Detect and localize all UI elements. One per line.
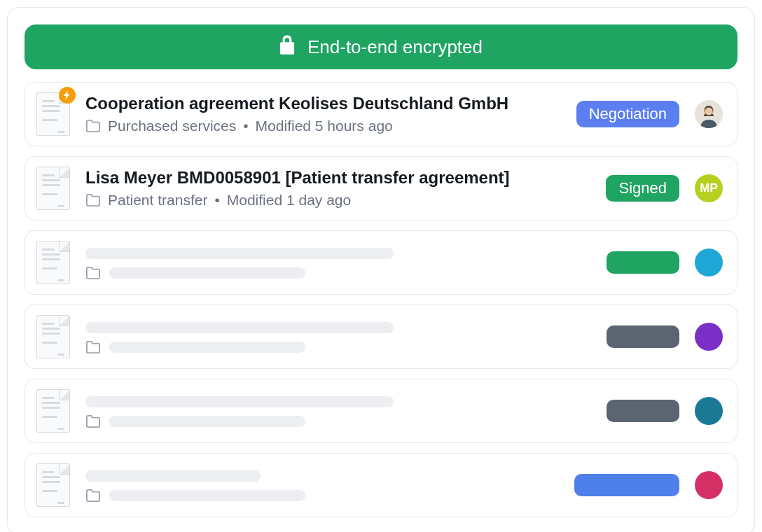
- document-list-panel: End-to-end encrypted Cooperation agreeme…: [7, 7, 755, 532]
- skeleton-title: [85, 322, 394, 333]
- document-meta: Patient transfer • Modified 1 day ago: [85, 192, 590, 209]
- folder-icon: [85, 340, 101, 354]
- folder-name: Purchased services: [108, 118, 236, 134]
- skeleton-meta: [85, 414, 591, 428]
- skeleton-avatar: [695, 323, 723, 351]
- document-meta: Purchased services • Modified 5 hours ag…: [85, 118, 561, 134]
- document-info: Lisa Meyer BMD0058901 [Patient transfer …: [85, 168, 590, 209]
- skeleton-title: [85, 248, 394, 259]
- skeleton-meta-bar: [109, 342, 305, 353]
- skeleton-status-badge: [607, 251, 679, 274]
- status-badge: Signed: [606, 175, 679, 202]
- meta-separator: •: [243, 118, 248, 134]
- document-icon: [36, 463, 70, 507]
- document-row[interactable]: Cooperation agreement Keolises Deutschla…: [25, 82, 737, 146]
- folder-name: Patient transfer: [108, 192, 207, 209]
- skeleton-avatar: [695, 471, 723, 499]
- avatar: [695, 100, 723, 128]
- skeleton-title: [85, 470, 261, 482]
- skeleton-status-badge: [607, 400, 679, 422]
- document-info: Cooperation agreement Keolises Deutschla…: [85, 94, 561, 135]
- document-title: Cooperation agreement Keolises Deutschla…: [85, 94, 561, 114]
- document-title: Lisa Meyer BMD0058901 [Patient transfer …: [85, 168, 590, 188]
- document-icon: [36, 315, 70, 358]
- encryption-banner: End-to-end encrypted: [25, 24, 737, 69]
- skeleton-status-badge: [574, 474, 679, 496]
- folder-icon: [85, 489, 101, 503]
- document-icon: [36, 167, 70, 210]
- skeleton-info: [85, 319, 591, 354]
- skeleton-meta-bar: [109, 267, 305, 279]
- skeleton-meta: [85, 266, 591, 280]
- skeleton-info: [85, 468, 559, 503]
- document-row[interactable]: Lisa Meyer BMD0058901 [Patient transfer …: [25, 156, 737, 220]
- skeleton-meta-bar: [109, 416, 305, 427]
- skeleton-title: [85, 396, 394, 407]
- svg-point-1: [705, 108, 713, 115]
- folder-icon: [85, 266, 101, 280]
- skeleton-info: [85, 393, 591, 428]
- skeleton-status-badge: [607, 326, 679, 348]
- status-badge: Negotiation: [576, 101, 679, 127]
- skeleton-meta-bar: [109, 490, 305, 501]
- folder-icon: [85, 193, 101, 207]
- folder-icon: [85, 119, 101, 133]
- skeleton-avatar: [695, 397, 723, 425]
- document-list: Cooperation agreement Keolises Deutschla…: [25, 82, 737, 517]
- document-row-skeleton: [25, 230, 737, 295]
- skeleton-meta: [85, 340, 591, 354]
- meta-separator: •: [214, 192, 219, 209]
- document-icon: [36, 241, 70, 284]
- skeleton-meta: [85, 489, 559, 503]
- document-row-skeleton: [25, 304, 737, 369]
- bolt-badge-icon: [59, 87, 76, 104]
- skeleton-avatar: [695, 248, 723, 276]
- modified-time: Modified 1 day ago: [227, 192, 351, 209]
- skeleton-info: [85, 245, 591, 280]
- document-icon: [36, 389, 70, 433]
- document-row-skeleton: [25, 453, 737, 517]
- encryption-banner-text: End-to-end encrypted: [307, 36, 483, 58]
- lock-icon: [279, 35, 295, 59]
- document-icon: [36, 92, 70, 136]
- document-row-skeleton: [25, 379, 737, 443]
- modified-time: Modified 5 hours ago: [256, 118, 393, 134]
- folder-icon: [85, 414, 101, 428]
- avatar: MP: [695, 174, 723, 202]
